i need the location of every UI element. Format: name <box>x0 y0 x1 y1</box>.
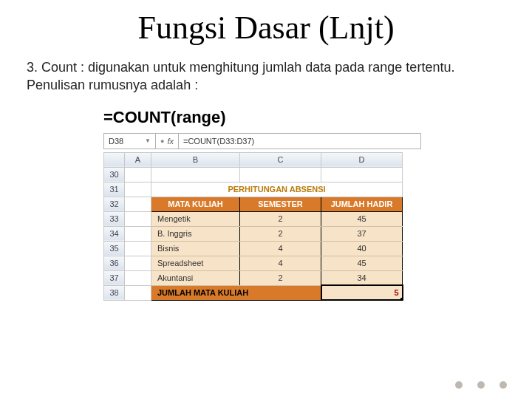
cell[interactable] <box>240 167 321 182</box>
excel-screenshot: =COUNT(range) D38 ▼ ● fx =COUNT(D33:D37)… <box>103 108 421 301</box>
row-header[interactable]: 34 <box>104 226 125 241</box>
column-header-row: A B C D <box>104 152 403 167</box>
row-36: 36 Spreadsheet 4 45 <box>104 256 403 270</box>
cell[interactable] <box>125 197 151 211</box>
row-header[interactable]: 37 <box>104 270 125 285</box>
summary-label[interactable]: JUMLAH MATA KULIAH <box>151 285 321 300</box>
row-header[interactable]: 33 <box>104 211 125 226</box>
cell-mk[interactable]: Mengetik <box>151 211 240 226</box>
row-header[interactable]: 32 <box>104 197 125 211</box>
cell-sem[interactable]: 4 <box>240 256 321 270</box>
row-header[interactable]: 31 <box>104 182 125 197</box>
formula-input[interactable]: =COUNT(D33:D37) <box>179 134 420 149</box>
body-paragraph: 3. Count : digunakan untuk menghitung ju… <box>27 58 505 95</box>
col-header-d[interactable]: D <box>321 152 403 167</box>
header-jumlah-hadir[interactable]: JUMLAH HADIR <box>321 197 403 211</box>
formula-syntax: =COUNT(range) <box>103 108 421 127</box>
cell[interactable] <box>125 226 151 241</box>
row-34: 34 B. Inggris 2 37 <box>104 226 403 241</box>
cell-sem[interactable]: 4 <box>240 241 321 256</box>
cell[interactable] <box>125 270 151 285</box>
cell[interactable] <box>151 167 240 182</box>
cell[interactable] <box>321 167 403 182</box>
cell-hadir[interactable]: 45 <box>321 256 403 270</box>
table-title[interactable]: PERHITUNGAN ABSENSI <box>151 182 403 197</box>
cell-sem[interactable]: 2 <box>240 211 321 226</box>
slide-indicator <box>455 381 507 389</box>
cell-mk[interactable]: B. Inggris <box>151 226 240 241</box>
header-semester[interactable]: SEMESTER <box>240 197 321 211</box>
fx-controls: ● fx <box>156 134 179 149</box>
cell[interactable] <box>125 285 151 300</box>
row-32: 32 MATA KULIAH SEMESTER JUMLAH HADIR <box>104 197 403 211</box>
header-mata-kuliah[interactable]: MATA KULIAH <box>151 197 240 211</box>
cell-mk[interactable]: Spreadsheet <box>151 256 240 270</box>
name-box[interactable]: D38 ▼ <box>104 134 156 149</box>
row-37: 37 Akuntansi 2 34 <box>104 270 403 285</box>
select-all-corner[interactable] <box>104 152 125 167</box>
formula-bar: D38 ▼ ● fx =COUNT(D33:D37) <box>103 133 421 149</box>
row-header[interactable]: 30 <box>104 167 125 182</box>
cell[interactable] <box>125 241 151 256</box>
cell[interactable] <box>125 256 151 270</box>
cell-hadir[interactable]: 34 <box>321 270 403 285</box>
dot-icon <box>455 381 463 389</box>
row-header[interactable]: 38 <box>104 285 125 300</box>
cell-hadir[interactable]: 40 <box>321 241 403 256</box>
cell-hadir[interactable]: 45 <box>321 211 403 226</box>
cell-reference: D38 <box>109 137 123 146</box>
dot-icon <box>499 381 507 389</box>
spreadsheet-grid: A B C D 30 31 PERHITUNGAN ABSENSI 32 <box>103 152 403 301</box>
summary-value[interactable]: 5 <box>321 285 403 300</box>
cell-mk[interactable]: Bisnis <box>151 241 240 256</box>
cell-sem[interactable]: 2 <box>240 226 321 241</box>
col-header-c[interactable]: C <box>240 152 321 167</box>
chevron-down-icon[interactable]: ▼ <box>145 137 151 144</box>
row-31: 31 PERHITUNGAN ABSENSI <box>104 182 403 197</box>
slide-title: Fungsi Dasar (Lnjt) <box>0 9 532 47</box>
cell-sem[interactable]: 2 <box>240 270 321 285</box>
dot-icon <box>477 381 485 389</box>
row-33: 33 Mengetik 2 45 <box>104 211 403 226</box>
circle-icon: ● <box>160 137 164 145</box>
row-header[interactable]: 36 <box>104 256 125 270</box>
fx-icon[interactable]: fx <box>167 137 174 146</box>
cell[interactable] <box>125 182 151 197</box>
cell-hadir[interactable]: 37 <box>321 226 403 241</box>
col-header-a[interactable]: A <box>125 152 151 167</box>
col-header-b[interactable]: B <box>151 152 240 167</box>
cell[interactable] <box>125 211 151 226</box>
row-30: 30 <box>104 167 403 182</box>
row-35: 35 Bisnis 4 40 <box>104 241 403 256</box>
row-header[interactable]: 35 <box>104 241 125 256</box>
cell[interactable] <box>125 167 151 182</box>
cell-mk[interactable]: Akuntansi <box>151 270 240 285</box>
row-38: 38 JUMLAH MATA KULIAH 5 <box>104 285 403 300</box>
